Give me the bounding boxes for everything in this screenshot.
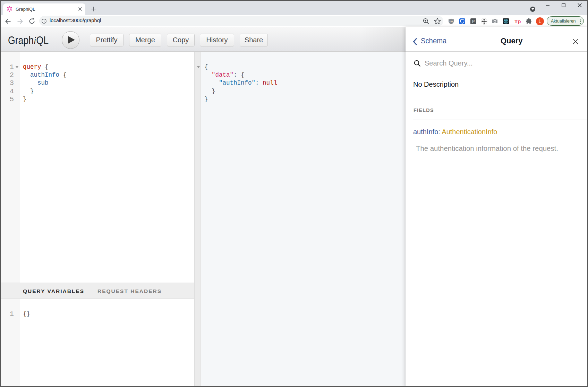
svg-text:P: P bbox=[472, 19, 475, 24]
svg-text:UO: UO bbox=[450, 20, 453, 23]
